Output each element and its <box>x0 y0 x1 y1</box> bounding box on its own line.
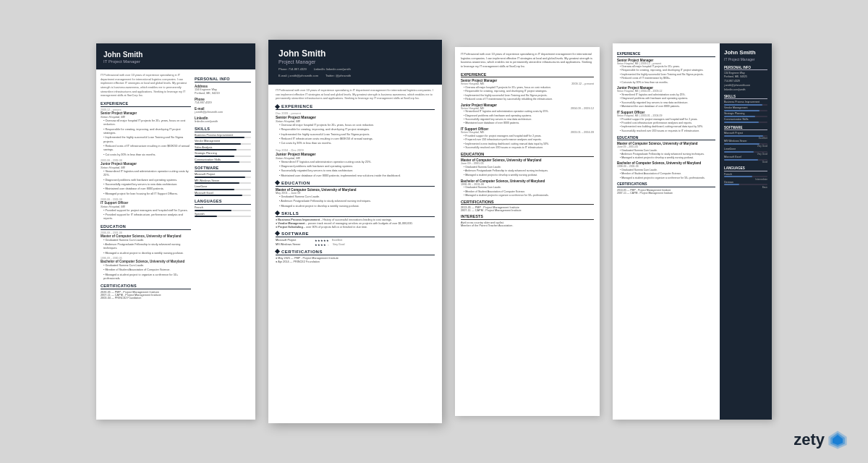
card1-edu2-degree: Bachelor of Computer Science, University… <box>101 260 191 263</box>
card1-header: John Smith IT Project Manager <box>96 43 255 69</box>
card2-sw1-row: Microsoft Project ★★★★★ Excellent <box>276 239 435 242</box>
card3-job3-company: Seton Hospital, ME <box>461 131 485 134</box>
card4-edu2-b3: Managed a student project to organize a … <box>620 177 715 180</box>
card2-skill1: ● Business Process Improvement – History… <box>276 218 435 221</box>
card1-skill1-name: Business Process Improvement <box>195 134 251 137</box>
card1-job1-b3: Implemented the highly successful Loan T… <box>103 136 191 144</box>
card2-job2-b3: Successfully migrated key servers to new… <box>279 169 435 173</box>
card3-education-heading: Education <box>461 152 594 158</box>
card1-sidebar: Personal Info Address 134 Engineer WayPo… <box>195 74 251 300</box>
card4-skill4-fill <box>724 122 759 123</box>
card2-skill2: ● Vendor Management – proven track recor… <box>276 222 435 225</box>
card2-cert1: ● May 2025 — PMP - Project Management In… <box>276 257 435 260</box>
card1-job2-b4: Maintained user database of over 8000 pa… <box>103 187 191 191</box>
card2-twitter: Twitter: @johnsmith <box>326 74 351 77</box>
zety-logo: zety <box>793 430 848 450</box>
card2-diamond-edu <box>275 180 280 185</box>
card3-certifications-heading: Certifications <box>461 200 594 205</box>
card4-sw4-label: Good <box>724 161 767 163</box>
card4-job1-b4: Reduced costs of IT maintenance by $60k+… <box>620 77 715 80</box>
card3-edu1-b3: Managed a student project to develop a w… <box>464 174 594 177</box>
card4-email: j.smith@johnsmith.com <box>724 84 767 88</box>
card2-experience-heading: EXPERIENCE <box>276 104 435 110</box>
card2-title: Project Manager <box>278 59 432 64</box>
card3-job1-meta: Seton Hospital, ME 2009-12 – present <box>461 82 594 85</box>
background: John Smith IT Project Manager IT Profess… <box>0 0 868 463</box>
card1-name: John Smith <box>103 51 248 59</box>
card4-personalinfo-heading: Personal Info <box>724 66 767 71</box>
card4-job1-b2: Responsible for creating, improving, and… <box>620 69 715 72</box>
card3-job2: Junior Project Manager Seton Hospital, M… <box>461 103 594 126</box>
card4-main: Experience Senior Project Manager Seton … <box>613 43 720 420</box>
card1-skill5-name: Communication Skills <box>195 158 251 161</box>
card4-skill2-fill <box>724 110 760 111</box>
card3-job2-b4: Maintained user database of over 8000 pa… <box>464 122 594 125</box>
card1-edu2-b1: Graduated Summa Cum Laude. <box>103 264 191 268</box>
card4-sw2-name: MS Windows Server <box>724 140 767 143</box>
card1-edu1-degree: Master of Computer Science, University o… <box>101 234 191 238</box>
card1-linkedin-value: linkedin.com/jsmith <box>195 120 251 124</box>
card1-skill2: Vendor Management <box>195 140 251 145</box>
card3-job1: Senior Project Manager Seton Hospital, M… <box>461 79 594 101</box>
card1-job1-b2: Responsible for creating, improving, and… <box>103 128 191 136</box>
card1-sw1-name: Microsoft Project <box>195 173 251 176</box>
card1-job2: 2003-08 – 2009-08 Junior Project Manager… <box>101 159 191 196</box>
card4-job1-b3: Implemented the highly successful Lean T… <box>620 73 715 77</box>
card3-job1-date: 2009-12 – present <box>571 82 594 85</box>
card2-sw2-name: MS Windows Server <box>276 243 312 246</box>
card4-lang1-name: French <box>724 173 767 176</box>
card1-job3-b1: Provided support for project managers an… <box>103 209 191 213</box>
zety-logo-icon <box>827 430 848 450</box>
card3-job3-date: 2003-01 – 2004-09 <box>571 131 594 134</box>
card2-job1-b2: Responsible for creating, improving, and… <box>279 128 435 132</box>
card2-edu1-b3: Managed a student project to develop a w… <box>279 205 435 208</box>
card2-diamond-exp <box>275 104 280 109</box>
card1-title: IT Project Manager <box>103 59 248 64</box>
card1-job3-b2: Provided support for IT infrastructure, … <box>103 213 191 221</box>
card4-job3-b3: Implemented new building dashboard; cutt… <box>620 125 715 129</box>
card1-skill3: Sales Analysis <box>195 146 251 151</box>
card4-skill3-name: Strategic Planning <box>724 112 767 115</box>
card4-job2-meta: Seton Hospital, ME | 2004-09 – 2009-12 <box>617 90 715 93</box>
card3-edu2-b2: Member of Student Association of Compute… <box>464 190 594 194</box>
card1-job2-b5: Managed project for loan housing for all… <box>103 192 191 196</box>
card3-job2-company: Seton Hospital, ME <box>461 107 485 110</box>
card4-sw4-name: Microsoft Excel <box>724 156 767 158</box>
card3-job1-b1: Oversaw all major hospital IT projects f… <box>464 86 594 90</box>
card3-job2-b1: Streamlined IT logistics and administrat… <box>464 110 594 114</box>
card1-sw4-name: Microsoft Excel <box>195 192 251 195</box>
card4-edu1-b2: Anderson Postgraduate Fellowship to stud… <box>620 153 715 156</box>
card3-edu2-b1: Graduated Summa Cum Laude. <box>464 186 594 190</box>
card1-job1-company: Seton Hospital, ME <box>101 115 191 119</box>
card4-lang2-label: Basic <box>724 186 767 189</box>
resume-card-3: IT Professional with over 10 years of ex… <box>455 47 600 416</box>
card3-summary: IT Professional with over 10 years of ex… <box>461 53 594 69</box>
card1-sw3: LimeGone <box>195 185 251 190</box>
card1-job2-company: Seton Hospital, ME <box>101 166 191 169</box>
card1-cert3: 2003-04 — PRINCE2 Foundation <box>101 297 191 300</box>
card3-edu1-b1: Graduated Summa Cum Laude. <box>464 166 594 169</box>
card4-linkedin: linkedin.com/jsmith <box>724 88 767 92</box>
card4-skill1-fill <box>724 104 762 106</box>
card4-lang2-name: German <box>724 181 767 184</box>
card1-job1-b1: Oversaw all major hospital IT projects f… <box>103 119 191 127</box>
card1-software-heading: Software <box>195 166 251 171</box>
card1-cert-heading: Certifications <box>101 284 191 289</box>
card3-job3-b4: Successfully resolved over 200 issues or… <box>464 146 594 150</box>
card4-sw1-name: Microsoft Project <box>724 132 767 135</box>
card2-job1: Dec 2009 – present Senior Project Manage… <box>276 111 435 146</box>
card1-sw2-name: MS Windows Server <box>195 179 251 182</box>
card3-interests-heading: Interests <box>461 214 594 220</box>
card2-skill3: ● Project Scheduling – over 90% of proje… <box>276 226 435 229</box>
card3-job3-b3: Implemented a new tracking dashboard; cu… <box>464 143 594 146</box>
card3-job1-b2: Responsible for creating, improving, and… <box>464 90 594 93</box>
card1-sw3-name: LimeGone <box>195 185 251 188</box>
card3-edu2-meta: 1998-06 – 2001-06 <box>461 183 594 186</box>
card4-job1-b5: Cut costs by 30% in less than six months… <box>620 81 715 85</box>
card2-linkedin: LinkedIn: linkedin.com/jsmith <box>314 67 351 71</box>
card1-lang1: French <box>195 206 251 211</box>
card2-diamond-sw <box>275 231 280 236</box>
card3-job2-meta: Seton Hospital, ME 2004-09 – 2009-12 <box>461 107 594 110</box>
card2-job2-date: Sep 2004 – Dec 2009 <box>276 148 304 152</box>
card2-job1-b4: Reduced IT infrastructure costs resultin… <box>279 137 435 141</box>
